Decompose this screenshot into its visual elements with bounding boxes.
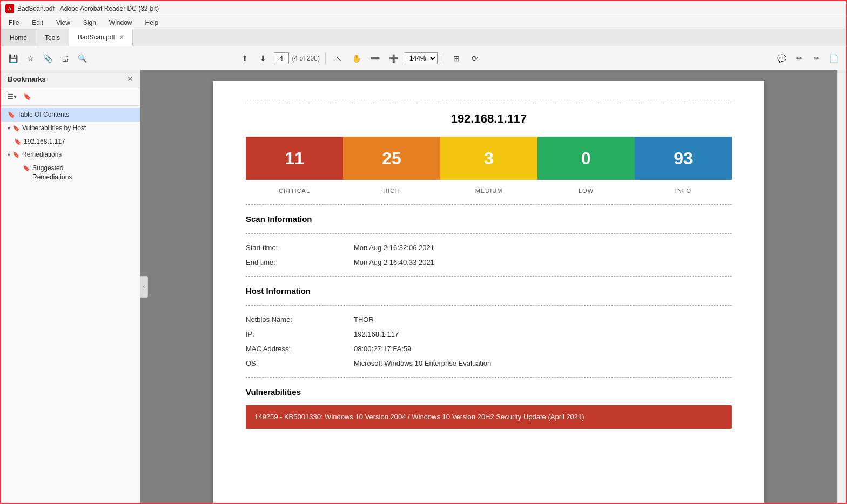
menu-window[interactable]: Window [106,18,136,28]
scrollbar[interactable] [837,70,846,503]
zoom-in-btn[interactable]: ➕ [386,51,401,66]
print-btn[interactable]: 🖨 [57,51,72,66]
os-row: OS: Microsoft Windows 10 Enterprise Eval… [246,359,732,367]
divider-3 [246,276,732,277]
bookmark-toc[interactable]: 🔖 Table Of Contents [1,108,140,122]
host-info-table: Netbios Name: THOR IP: 192.168.1.117 MAC… [246,315,732,367]
netbios-label: Netbios Name: [246,315,354,324]
bookmark-ip[interactable]: 🔖 192.168.1.117 [1,135,140,149]
zoom-select[interactable]: 144% 100% 75% 50% 200% [405,52,438,64]
bookmark-suggested-label: SuggestedRemediations [32,164,72,182]
hand-tool-btn[interactable]: ✋ [349,51,365,66]
tab-close-icon[interactable]: ✕ [119,35,124,41]
page-input[interactable] [274,52,289,64]
divider-1 [246,204,732,205]
tab-tools[interactable]: Tools [36,29,69,46]
sidebar-toolbar: ☰▾ 🔖 [1,88,140,106]
expand-icon-vuln[interactable]: ▾ [8,125,10,132]
sidebar-bookmark-add-btn[interactable]: 🔖 [21,90,33,103]
high-count: 25 [382,149,401,169]
low-count: 0 [581,149,591,169]
severity-info: 93 [635,137,732,180]
low-label: LOW [537,186,635,194]
scan-end-value: Mon Aug 2 16:40:33 2021 [354,258,732,266]
window-title: BadScan.pdf - Adobe Acrobat Reader DC (3… [17,5,159,12]
bookmark-icon-vuln: 🔖 [12,124,20,132]
host-title: 192.168.1.117 [246,112,732,126]
vuln-section-title: Vulnerabilities [246,387,732,397]
divider-2 [246,233,732,234]
tab-home-label: Home [10,34,27,42]
severity-critical: 11 [246,137,343,180]
sidebar-header: Bookmarks ✕ [1,70,140,88]
navigation-controls: ⬆ ⬇ (4 of 208) ↖ ✋ ➖ ➕ 144% 100% 75% 50%… [237,51,482,66]
netbios-row: Netbios Name: THOR [246,315,732,324]
menu-view[interactable]: View [53,18,73,28]
title-bar: A BadScan.pdf - Adobe Acrobat Reader DC … [1,1,846,16]
sidebar-view-btn[interactable]: ☰▾ [5,90,18,103]
separator-2 [443,53,443,64]
bookmark-icon-ip: 🔖 [14,138,22,146]
divider-5 [246,377,732,378]
sidebar-collapse-handle[interactable]: ‹ [140,276,148,298]
critical-label: CRITICAL [246,186,343,194]
toolbar: 💾 ☆ 📎 🖨 🔍 ⬆ ⬇ (4 of 208) ↖ ✋ ➖ ➕ 144% 10… [1,46,846,70]
ip-value: 192.168.1.117 [354,330,732,338]
bookmark-btn[interactable]: ☆ [23,51,38,66]
bookmark-tree: 🔖 Table Of Contents ▾ 🔖 Vulnerabilities … [1,106,140,503]
menu-help[interactable]: Help [142,18,162,28]
save-btn[interactable]: 💾 [5,51,21,66]
severity-bar: 11 25 3 0 93 [246,137,732,180]
bookmark-icon-toc: 🔖 [8,111,15,119]
bookmark-remediations[interactable]: ▾ 🔖 Remediations [1,148,140,162]
tab-file-label: BadScan.pdf [78,33,115,41]
severity-medium: 3 [440,137,537,180]
expand-icon-remediation[interactable]: ▾ [8,151,10,159]
edit-btn[interactable]: ✏ [792,51,807,66]
stamp-btn[interactable]: 📄 [826,51,842,66]
scan-end-row: End time: Mon Aug 2 16:40:33 2021 [246,258,732,266]
comment-btn[interactable]: 💬 [775,51,790,66]
bookmark-vuln-label: Vulnerabilities by Host [22,124,86,133]
ip-label: IP: [246,330,354,338]
app-icon: A [5,4,14,13]
scan-start-row: Start time: Mon Aug 2 16:32:06 2021 [246,244,732,252]
sidebar-close-btn[interactable]: ✕ [127,75,133,83]
mac-label: MAC Address: [246,345,354,353]
top-divider [246,103,732,103]
critical-count: 11 [285,149,304,169]
sidebar-title: Bookmarks [8,75,46,83]
info-count: 93 [674,149,693,169]
rotate-btn[interactable]: ⟳ [467,51,482,66]
search-btn[interactable]: 🔍 [75,51,90,66]
select-tool-btn[interactable]: ↖ [331,51,346,66]
menu-bar: File Edit View Sign Window Help [1,16,846,29]
bookmark-remediation-label: Remediations [22,150,62,159]
attachment-btn[interactable]: 📎 [40,51,55,66]
sidebar: Bookmarks ✕ ☰▾ 🔖 🔖 Table Of Contents ▾ 🔖… [1,70,140,503]
menu-file[interactable]: File [5,18,22,28]
nav-up-btn[interactable]: ⬆ [237,51,252,66]
medium-label: MEDIUM [440,186,537,194]
pdf-page: 192.168.1.117 11 25 3 0 [213,81,764,503]
menu-edit[interactable]: Edit [29,18,46,28]
bookmark-suggested[interactable]: 🔖 SuggestedRemediations [1,162,140,184]
bookmark-vuln-host[interactable]: ▾ 🔖 Vulnerabilities by Host [1,122,140,135]
fit-btn[interactable]: ⊞ [449,51,464,66]
menu-sign[interactable]: Sign [80,18,99,28]
tab-file[interactable]: BadScan.pdf ✕ [69,29,133,46]
nav-down-btn[interactable]: ⬇ [256,51,271,66]
mac-row: MAC Address: 08:00:27:17:FA:59 [246,345,732,353]
ip-row: IP: 192.168.1.117 [246,330,732,338]
netbios-value: THOR [354,315,732,324]
scan-info-table: Start time: Mon Aug 2 16:32:06 2021 End … [246,244,732,266]
severity-high: 25 [343,137,440,180]
bookmark-icon-remediation: 🔖 [12,151,20,159]
pdf-area[interactable]: 192.168.1.117 11 25 3 0 [140,70,837,503]
scan-start-value: Mon Aug 2 16:32:06 2021 [354,244,732,252]
zoom-out-btn[interactable]: ➖ [368,51,383,66]
tab-home[interactable]: Home [1,29,36,46]
os-label: OS: [246,359,354,367]
enhance-btn[interactable]: ✏ [809,51,824,66]
separator-1 [325,53,326,64]
